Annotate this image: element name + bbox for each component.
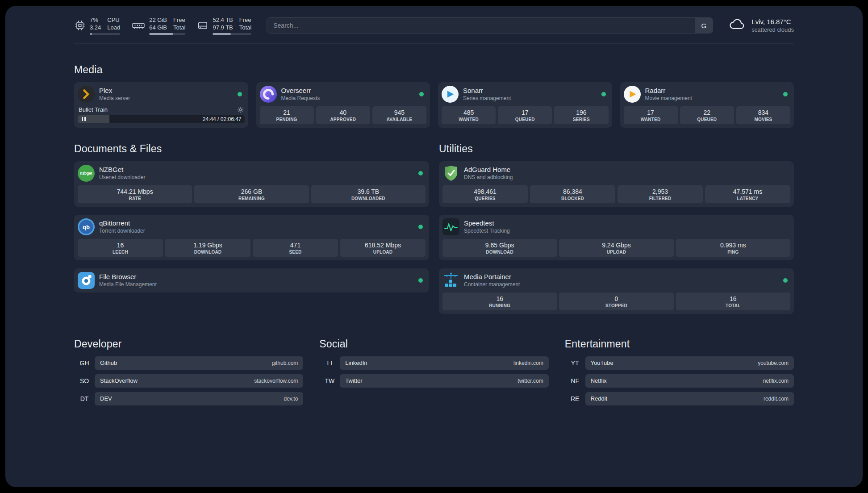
status-dot [783,92,788,96]
stat-movies: 834 MOVIES [736,106,790,124]
bookmark-youtube[interactable]: YT YouTube youtube.com [565,356,794,370]
status-dot [601,92,606,96]
plex-icon [78,86,95,103]
memory-sublabel: Total [173,24,185,32]
utilities-section-title: Utilities [439,143,794,155]
service-desc: Media Requests [281,95,320,102]
developer-section: Developer GH Github github.com SO StackO… [74,338,303,410]
now-playing-title: Bullet Train [79,106,108,113]
memory-free: 22 GiB [149,17,167,24]
gear-icon[interactable] [237,106,244,113]
bookmark-reddit[interactable]: RE Reddit reddit.com [565,392,794,405]
service-name: AdGuard Home [464,166,513,174]
top-bar: 7% 3.24 CPU Load [74,17,794,35]
status-dot [418,278,423,283]
media-section-title: Media [74,64,794,76]
search-provider-button[interactable]: G [695,18,713,33]
portainer-card: Media Portainer Container management 16 … [439,268,794,314]
cpu-percent: 7% [90,17,101,24]
bookmark-linkedin[interactable]: LI LinkedIn linkedin.com [319,356,548,370]
stat-wanted: 17 WANTED [624,106,678,124]
sonarr-link[interactable]: Sonarr Series management [442,86,609,103]
overseerr-link[interactable]: Overseerr Media Requests [260,86,427,103]
pause-icon[interactable] [82,117,86,121]
bookmark-github[interactable]: GH Github github.com [74,356,303,370]
speedtest-link[interactable]: Speedtest Speedtest Tracking [442,218,790,235]
service-desc: Usenet downloader [99,174,145,181]
search-input[interactable] [267,17,713,33]
disk-icon [197,20,209,31]
memory-total: 64 GiB [149,24,167,32]
stat-series: 196 SERIES [554,106,608,124]
stat-remaining: 266 GB REMAINING [194,185,309,203]
stat-pending: 21 PENDING [260,106,314,124]
service-name: Plex [99,87,130,95]
memory-progress-bar [149,33,185,35]
service-desc: Torrent downloader [99,228,145,234]
entertainment-section: Entertainment YT YouTube youtube.com NF … [565,338,794,410]
service-name: NZBGet [99,166,145,174]
cpu-progress-bar [90,33,120,35]
stat-queued: 22 QUEUED [680,106,734,124]
overseerr-card: Overseerr Media Requests 21 PENDING 40 A… [256,82,430,128]
stat-rate: 744.21 Mbps RATE [78,185,192,203]
adguard-link[interactable]: AdGuard Home DNS and adblocking [442,165,790,182]
playback-progress-bar[interactable]: 24:44 / 02:06:47 [78,115,245,123]
service-desc: Container management [464,281,520,288]
qbittorrent-link[interactable]: qb qBittorrent Torrent downloader [78,218,426,235]
disk-label: Free [239,17,251,24]
service-name: Overseerr [281,87,320,95]
service-name: Sonarr [463,87,511,95]
stat-seed: 471 SEED [253,239,338,257]
portainer-link[interactable]: Media Portainer Container management [442,272,790,289]
cpu-sublabel: Load [107,24,120,32]
service-name: Radarr [645,87,692,95]
documents-files-section: Documents & Files nzbget NZBGet Usenet d… [74,143,429,292]
bookmark-twitter[interactable]: TW Twitter twitter.com [319,374,548,388]
social-section-title: Social [319,338,548,350]
service-desc: Media server [99,95,130,102]
speedtest-card: Speedtest Speedtest Tracking 9.65 Gbps D… [439,215,794,260]
svg-text:qb: qb [83,223,90,230]
disk-free: 52.4 TB [213,17,233,24]
filebrowser-icon [78,272,95,289]
status-dot [783,278,788,283]
nzbget-card: nzbget NZBGet Usenet downloader 744.21 M… [74,161,429,207]
header-divider [74,43,794,43]
disk-sublabel: Total [239,24,251,32]
media-section: Plex Media server Bullet Train 24:44 / 0… [74,82,794,128]
radarr-link[interactable]: Radarr Movie management [624,86,791,103]
stat-queued: 17 QUEUED [498,106,552,124]
memory-icon [132,20,145,31]
cpu-loadavg: 3.24 [90,24,101,32]
filebrowser-link[interactable]: File Browser Media File Management [78,272,426,289]
service-name: File Browser [99,273,157,281]
memory-widget: 22 GiB 64 GiB Free Total [132,17,185,35]
status-dot [418,171,423,175]
documents-section-title: Documents & Files [74,143,429,155]
playback-time: 24:44 / 02:06:47 [203,116,242,122]
disk-progress-bar [213,33,251,35]
stat-running: 16 RUNNING [442,292,557,310]
entertainment-section-title: Entertainment [565,338,794,350]
social-section: Social LI LinkedIn linkedin.com TW Twitt… [319,338,548,392]
stat-blocked: 86,384 BLOCKED [530,185,615,203]
service-desc: Movie management [645,95,692,102]
nzbget-link[interactable]: nzbget NZBGet Usenet downloader [78,165,426,182]
bookmark-stackoverflow[interactable]: SO StackOverflow stackoverflow.com [74,374,303,388]
plex-link[interactable]: Plex Media server [78,86,245,103]
stat-queries: 498,461 QUERIES [442,185,528,203]
stat-upload: 618.52 Mbps UPLOAD [340,239,426,257]
stat-ping: 0.993 ms PING [676,239,790,257]
speedtest-icon [442,218,459,235]
sonarr-card: Sonarr Series management 485 WANTED 17 Q… [438,82,612,128]
adguard-icon [442,165,459,182]
cloud-icon [728,18,746,33]
sonarr-icon [442,86,459,103]
qbittorrent-card: qb qBittorrent Torrent downloader 16 LEE… [74,215,429,260]
service-desc: Media File Management [99,281,157,288]
service-desc: DNS and adblocking [464,174,513,181]
nzbget-icon: nzbget [78,165,95,182]
bookmark-netflix[interactable]: NF Netflix netflix.com [565,374,794,388]
bookmark-dev[interactable]: DT DEV dev.to [74,392,303,405]
